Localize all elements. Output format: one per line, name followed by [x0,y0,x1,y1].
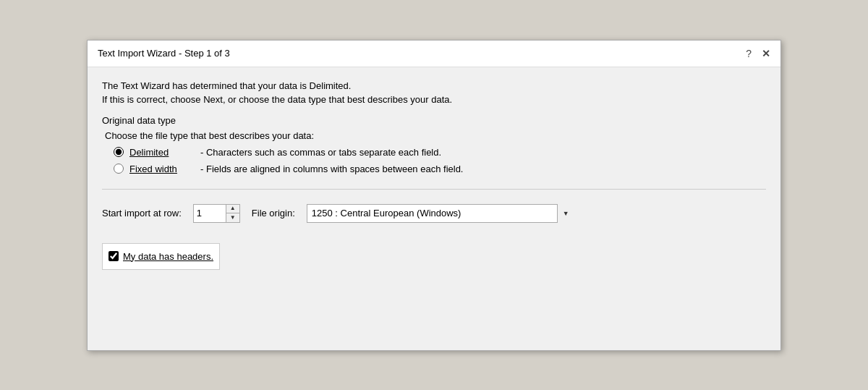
headers-checkbox[interactable] [109,251,119,261]
radio-delimited-desc: - Characters such as commas or tabs sepa… [200,147,441,158]
file-origin-label: File origin: [252,208,295,219]
radio-fixed-desc: - Fields are aligned in columns with spa… [200,164,463,174]
dialog-title: Text Import Wizard - Step 1 of 3 [98,48,230,59]
dialog-body: The Text Wizard has determined that your… [88,67,780,284]
headers-checkbox-label[interactable]: My data has headers. [123,251,213,262]
file-origin-select[interactable]: 1250 : Central European (Windows) 1252 :… [307,204,574,223]
fixed-width-label-text: Fixed width [129,164,177,174]
divider [102,189,766,190]
close-button[interactable]: ✕ [762,48,770,59]
help-button[interactable]: ? [746,48,752,59]
spinner-wrapper: ▲ ▼ [193,204,240,223]
import-row: Start import at row: ▲ ▼ File origin: 12… [102,204,766,223]
start-row-input[interactable] [194,205,226,222]
text-import-wizard-dialog: Text Import Wizard - Step 1 of 3 ? ✕ The… [87,40,781,351]
info-line2: If this is correct, choose Next, or choo… [102,94,766,105]
file-origin-select-wrapper: 1250 : Central European (Windows) 1252 :… [307,204,574,223]
section-label: Original data type [102,115,766,126]
title-bar-controls: ? ✕ [746,48,770,59]
delimited-label-text: Delimited [129,147,169,158]
radio-fixed-label[interactable]: Fixed width [129,164,195,174]
radio-row-delimited: Delimited - Characters such as commas or… [114,147,766,158]
radio-delimited-label[interactable]: Delimited [129,147,195,158]
choose-label: Choose the file type that best describes… [105,130,766,141]
info-line1: The Text Wizard has determined that your… [102,80,766,91]
spinner-up-button[interactable]: ▲ [226,205,239,213]
spinner-down-button[interactable]: ▼ [226,213,239,222]
radio-delimited[interactable] [114,147,124,157]
title-bar: Text Import Wizard - Step 1 of 3 ? ✕ [88,41,780,67]
spinner-buttons: ▲ ▼ [226,205,239,222]
radio-fixed-width[interactable] [114,164,124,174]
radio-row-fixed: Fixed width - Fields are aligned in colu… [114,164,766,174]
headers-label-text: My data has headers. [123,251,213,262]
checkbox-row: My data has headers. [102,243,220,270]
radio-group: Delimited - Characters such as commas or… [114,147,766,174]
start-import-label: Start import at row: [102,208,182,219]
